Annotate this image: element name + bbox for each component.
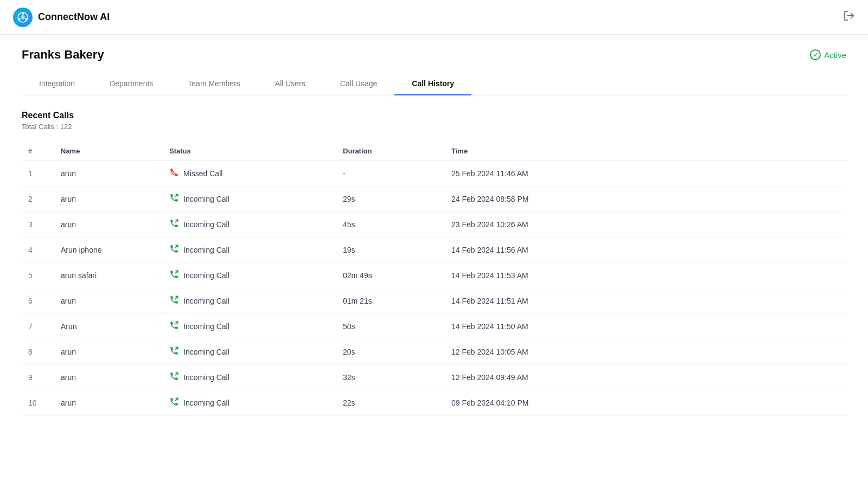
cell-name: arun: [54, 339, 163, 365]
page-content: Franks Bakery Active Integration Departm…: [0, 35, 868, 429]
cell-num: 8: [22, 339, 54, 365]
table-row: 2 arun Incoming Call 29s 24 Feb 2024 08:…: [22, 187, 846, 212]
brand: ConnectNow AI: [13, 8, 110, 27]
cell-num: 4: [22, 237, 54, 263]
cell-num: 9: [22, 365, 54, 390]
table-row: 9 arun Incoming Call 32s 12 Feb 2024 09:…: [22, 365, 846, 390]
incoming-call-icon: [169, 320, 179, 332]
page-header: Franks Bakery Active: [22, 48, 846, 62]
svg-point-1: [21, 15, 25, 20]
cell-num: 3: [22, 212, 54, 237]
col-header-status: Status: [163, 142, 336, 161]
cell-time: 12 Feb 2024 10:05 AM: [445, 339, 846, 365]
table-row: 3 arun Incoming Call 45s 23 Feb 2024 10:…: [22, 212, 846, 237]
cell-num: 5: [22, 263, 54, 288]
cell-time: 12 Feb 2024 09:49 AM: [445, 365, 846, 390]
table-row: 10 arun Incoming Call 22s 09 Feb 2024 04…: [22, 390, 846, 416]
table-row: 4 Arun iphone Incoming Call 19s 14 Feb 2…: [22, 237, 846, 263]
cell-duration: 22s: [336, 390, 445, 416]
status-text: Incoming Call: [183, 195, 229, 203]
brand-logo: [13, 8, 33, 27]
active-status-icon: [810, 49, 821, 60]
cell-duration: 19s: [336, 237, 445, 263]
cell-name: arun: [54, 187, 163, 212]
total-calls: Total Calls : 122: [22, 123, 846, 131]
cell-duration: 29s: [336, 187, 445, 212]
cell-num: 10: [22, 390, 54, 416]
table-row: 7 Arun Incoming Call 50s 14 Feb 2024 11:…: [22, 314, 846, 339]
svg-point-3: [25, 18, 28, 20]
cell-name: Arun iphone: [54, 237, 163, 263]
tab-integration[interactable]: Integration: [22, 73, 92, 95]
incoming-call-icon: [169, 346, 179, 358]
cell-duration: 20s: [336, 339, 445, 365]
recent-calls-title: Recent Calls: [22, 111, 846, 120]
incoming-call-icon: [169, 193, 179, 205]
logout-button[interactable]: [843, 10, 855, 24]
cell-name: arun: [54, 161, 163, 187]
tab-team-members[interactable]: Team Members: [170, 73, 257, 95]
cell-status: Incoming Call: [163, 263, 336, 288]
cell-duration: 01m 21s: [336, 288, 445, 314]
status-text: Incoming Call: [183, 373, 229, 382]
status-text: Incoming Call: [183, 322, 229, 331]
cell-status: Incoming Call: [163, 314, 336, 339]
brand-name: ConnectNow AI: [38, 11, 110, 23]
cell-name: arun safari: [54, 263, 163, 288]
cell-status: Incoming Call: [163, 339, 336, 365]
cell-num: 6: [22, 288, 54, 314]
incoming-call-icon: [169, 397, 179, 409]
status-text: Incoming Call: [183, 220, 229, 229]
cell-duration: 45s: [336, 212, 445, 237]
cell-status: Incoming Call: [163, 288, 336, 314]
col-header-time: Time: [445, 142, 846, 161]
cell-time: 25 Feb 2024 11:46 AM: [445, 161, 846, 187]
cell-name: arun: [54, 390, 163, 416]
page-title: Franks Bakery: [22, 48, 104, 62]
calls-table: # Name Status Duration Time 1 arun Mis: [22, 142, 846, 416]
status-text: Incoming Call: [183, 348, 229, 356]
tab-call-history[interactable]: Call History: [394, 73, 471, 95]
top-bar: ConnectNow AI: [0, 0, 868, 35]
status-badge: Active: [810, 49, 846, 60]
col-header-num: #: [22, 142, 54, 161]
col-header-name: Name: [54, 142, 163, 161]
missed-call-icon: [169, 168, 179, 179]
cell-status: Incoming Call: [163, 212, 336, 237]
cell-name: arun: [54, 365, 163, 390]
recent-calls-section: Recent Calls Total Calls : 122 # Name St…: [22, 111, 846, 416]
cell-status: Incoming Call: [163, 187, 336, 212]
cell-name: arun: [54, 288, 163, 314]
status-text: Incoming Call: [183, 271, 229, 280]
table-row: 1 arun Missed Call - 25 Feb 2024 11:46 A…: [22, 161, 846, 187]
cell-time: 14 Feb 2024 11:53 AM: [445, 263, 846, 288]
cell-duration: 50s: [336, 314, 445, 339]
cell-time: 14 Feb 2024 11:50 AM: [445, 314, 846, 339]
incoming-call-icon: [169, 371, 179, 383]
status-label: Active: [824, 50, 846, 60]
tab-departments[interactable]: Departments: [92, 73, 170, 95]
table-row: 5 arun safari Incoming Call 02m 49s 14 F…: [22, 263, 846, 288]
table-row: 8 arun Incoming Call 20s 12 Feb 2024 10:…: [22, 339, 846, 365]
incoming-call-icon: [169, 244, 179, 256]
cell-time: 24 Feb 2024 08:58 PM: [445, 187, 846, 212]
cell-num: 7: [22, 314, 54, 339]
cell-time: 23 Feb 2024 10:26 AM: [445, 212, 846, 237]
table-row: 6 arun Incoming Call 01m 21s 14 Feb 2024…: [22, 288, 846, 314]
cell-status: Incoming Call: [163, 390, 336, 416]
incoming-call-icon: [169, 269, 179, 281]
cell-duration: 02m 49s: [336, 263, 445, 288]
tab-all-users[interactable]: All Users: [258, 73, 323, 95]
cell-status: Incoming Call: [163, 237, 336, 263]
status-text: Incoming Call: [183, 399, 229, 407]
cell-name: arun: [54, 212, 163, 237]
incoming-call-icon: [169, 219, 179, 230]
tab-call-usage[interactable]: Call Usage: [323, 73, 394, 95]
cell-duration: 32s: [336, 365, 445, 390]
col-header-duration: Duration: [336, 142, 445, 161]
tab-bar: Integration Departments Team Members All…: [22, 73, 846, 95]
cell-time: 09 Feb 2024 04:10 PM: [445, 390, 846, 416]
cell-time: 14 Feb 2024 11:51 AM: [445, 288, 846, 314]
cell-name: Arun: [54, 314, 163, 339]
cell-status: Incoming Call: [163, 365, 336, 390]
